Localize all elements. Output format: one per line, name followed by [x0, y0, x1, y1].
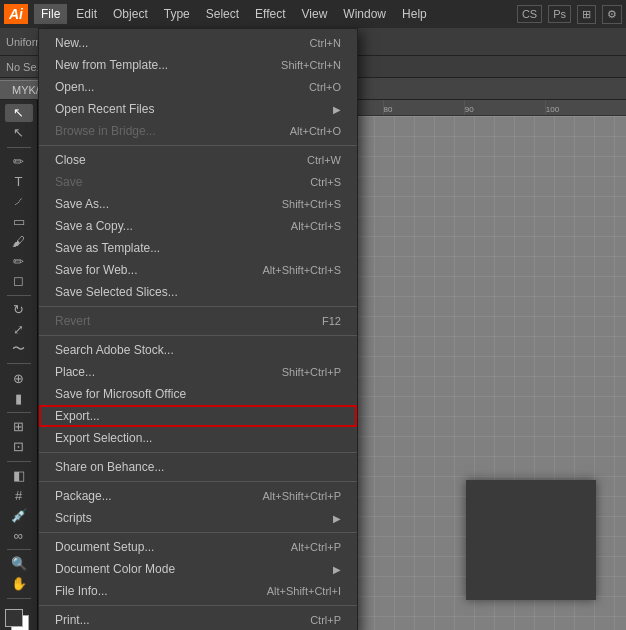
menu-open[interactable]: Open... Ctrl+O [39, 76, 357, 98]
dropdown-overlay: New... Ctrl+N New from Template... Shift… [0, 0, 626, 630]
menu-save[interactable]: Save Ctrl+S [39, 171, 357, 193]
menu-save-as[interactable]: Save As... Shift+Ctrl+S [39, 193, 357, 215]
menu-save-template[interactable]: Save as Template... [39, 237, 357, 259]
file-menu-dropdown: New... Ctrl+N New from Template... Shift… [38, 28, 358, 630]
menu-scripts[interactable]: Scripts ▶ [39, 507, 357, 529]
menu-export[interactable]: Export... [39, 405, 357, 427]
menu-section-export: Search Adobe Stock... Place... Shift+Ctr… [39, 336, 357, 453]
menu-search-stock[interactable]: Search Adobe Stock... [39, 339, 357, 361]
menu-save-web[interactable]: Save for Web... Alt+Shift+Ctrl+S [39, 259, 357, 281]
menu-open-recent[interactable]: Open Recent Files ▶ [39, 98, 357, 120]
menu-new[interactable]: New... Ctrl+N [39, 32, 357, 54]
menu-doc-color-mode[interactable]: Document Color Mode ▶ [39, 558, 357, 580]
menu-package[interactable]: Package... Alt+Shift+Ctrl+P [39, 485, 357, 507]
menu-place[interactable]: Place... Shift+Ctrl+P [39, 361, 357, 383]
menu-browse-bridge[interactable]: Browse in Bridge... Alt+Ctrl+O [39, 120, 357, 142]
menu-section-package: Package... Alt+Shift+Ctrl+P Scripts ▶ [39, 482, 357, 533]
menu-print[interactable]: Print... Ctrl+P [39, 609, 357, 630]
menu-section-document: Document Setup... Alt+Ctrl+P Document Co… [39, 533, 357, 606]
menu-export-selection[interactable]: Export Selection... [39, 427, 357, 449]
menu-revert[interactable]: Revert F12 [39, 310, 357, 332]
menu-file-info[interactable]: File Info... Alt+Shift+Ctrl+I [39, 580, 357, 602]
menu-section-print: Print... Ctrl+P [39, 606, 357, 630]
menu-section-new: New... Ctrl+N New from Template... Shift… [39, 29, 357, 146]
menu-doc-setup[interactable]: Document Setup... Alt+Ctrl+P [39, 536, 357, 558]
menu-section-revert: Revert F12 [39, 307, 357, 336]
menu-share-behance[interactable]: Share on Behance... [39, 456, 357, 478]
menu-section-share: Share on Behance... [39, 453, 357, 482]
menu-new-template[interactable]: New from Template... Shift+Ctrl+N [39, 54, 357, 76]
menu-close[interactable]: Close Ctrl+W [39, 149, 357, 171]
menu-section-save: Close Ctrl+W Save Ctrl+S Save As... Shif… [39, 146, 357, 307]
menu-save-slices[interactable]: Save Selected Slices... [39, 281, 357, 303]
menu-save-msoffice[interactable]: Save for Microsoft Office [39, 383, 357, 405]
menu-save-copy[interactable]: Save a Copy... Alt+Ctrl+S [39, 215, 357, 237]
